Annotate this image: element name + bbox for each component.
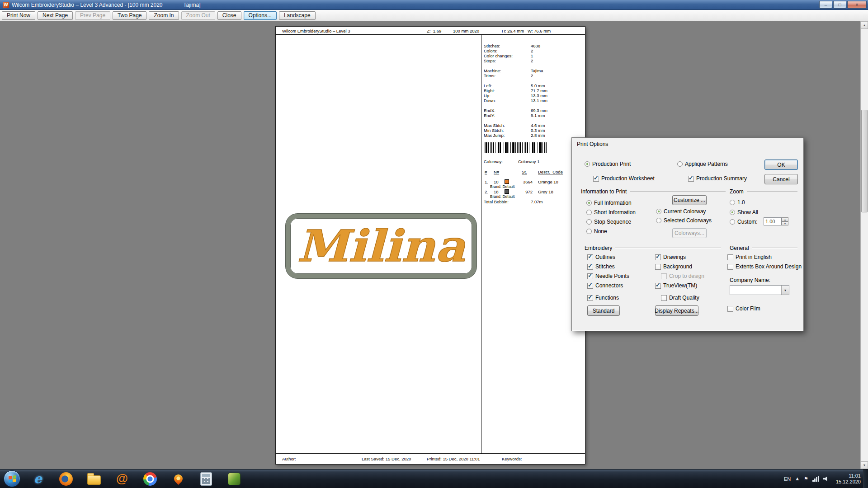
stop-sequence-radio[interactable]: Stop Sequence [586,219,631,225]
next-page-button[interactable]: Next Page [38,11,73,20]
stat-row: Machine:Tajima [483,68,585,73]
show-all-radio[interactable]: Show All [730,209,758,216]
custom-zoom-input[interactable] [764,217,782,225]
page-header: Wilcom EmbroideryStudio – Level 3 Z: 1.6… [276,27,585,35]
stat-row: Color changes:1 [483,53,585,58]
calculator-button[interactable] [195,470,217,488]
start-button[interactable] [4,470,20,487]
stat-row: Max Jump:2.8 mm [483,133,585,138]
print-in-english-checkbox[interactable]: ✓ Print in English [727,254,772,260]
taskbar-icons: e @ [27,470,245,488]
radio-label: Selected Colorways [664,217,712,224]
current-colorway-radio[interactable]: Current Colorway [656,208,706,215]
app-button[interactable] [223,470,245,488]
close-preview-button[interactable]: Close [217,11,241,20]
production-print-radio[interactable]: Production Print [585,161,631,167]
stat-row: Min Stitch:0.3 mm [483,128,585,133]
thread-swatch [505,179,509,184]
color-film-checkbox[interactable]: ✓ Color Film [727,305,760,312]
page-divider [481,35,481,454]
zoom-1-radio[interactable]: 1.0 [730,199,745,206]
internet-explorer-button[interactable]: e [27,470,49,488]
functions-checkbox[interactable]: ✓ Functions [587,295,619,301]
short-information-radio[interactable]: Short Information [586,209,636,216]
group-general: General [730,245,797,251]
stat-row: EndY:9.1 mm [483,113,585,118]
flame-icon [172,473,184,485]
spinner-up-icon[interactable]: ▲ [782,217,788,221]
needle-points-checkbox[interactable]: ✓ Needle Points [587,273,629,279]
chrome-button[interactable] [139,470,161,488]
company-name-label: Company Name: [730,277,770,283]
checkbox-label: TrueView(TM) [663,282,697,289]
app-icon: W [3,2,9,8]
checkbox-label: Functions [595,295,619,301]
volume-icon[interactable] [823,476,830,482]
outlines-checkbox[interactable]: ✓ Outlines [587,254,615,260]
show-desktop-button[interactable] [863,469,868,488]
stat-row: Right:71.7 mm [483,88,585,93]
spinner-down-icon[interactable]: ▼ [782,221,788,225]
options-button[interactable]: Options... [244,11,277,20]
checkbox-label: Stitches [595,263,615,270]
minimize-icon: – [825,3,827,7]
language-indicator[interactable]: EN [784,476,791,482]
production-summary-checkbox[interactable]: ✓ Production Summary [688,175,747,182]
vertical-scrollbar[interactable]: ▲ ▼ [860,21,868,469]
stat-row: Stitches:4638 [483,43,585,48]
none-radio[interactable]: None [586,228,607,235]
clock[interactable]: 11:01 15.12.2020 [836,473,861,485]
trueview-checkbox[interactable]: ✓ TrueView(TM) [655,282,697,289]
customize-button[interactable]: Customize ... [672,195,707,205]
custom-zoom-stepper[interactable]: ▲▼ [782,217,788,225]
group-information-to-print: Information to Print [581,188,726,195]
network-icon[interactable] [812,476,819,482]
custom-zoom-radio[interactable]: Custom: [730,219,758,225]
draft-quality-checkbox[interactable]: ✓ Draft Quality [661,295,699,301]
selected-colorways-radio[interactable]: Selected Colorways [656,217,712,224]
production-worksheet-checkbox[interactable]: ✓ Production Worksheet [593,175,655,182]
radio-circle [677,161,683,167]
screen: W Wilcom EmbroideryStudio – Level 3 Adva… [0,0,868,488]
ok-button[interactable]: OK [764,160,798,170]
stitches-checkbox[interactable]: ✓ Stitches [587,263,615,270]
print-now-button[interactable]: Print Now [2,11,35,20]
company-name-select[interactable]: ▼ [730,285,789,295]
zoom-in-button[interactable]: Zoom In [149,11,179,20]
minimize-button[interactable]: – [819,1,832,9]
close-button[interactable]: × [847,1,867,9]
colorways-button: Colorways... [672,228,707,238]
standard-button[interactable]: Standard [587,305,620,316]
page-footer: Author: Last Saved: 15 Dec, 2020 Printed… [276,453,585,464]
extents-box-checkbox[interactable]: ✓ Extents Box Around Design [727,263,802,270]
hidden-icons-icon[interactable]: ▲ [795,476,800,481]
action-center-icon[interactable]: ⚑ [804,476,808,481]
radio-circle [656,209,661,214]
file-explorer-button[interactable] [83,470,105,488]
checkbox-box: ✓ [661,273,667,279]
firefox-button[interactable] [55,470,77,488]
scrollbar-thumb[interactable] [861,110,868,212]
two-page-button[interactable]: Two Page [113,11,146,20]
stat-row: Up:13.3 mm [483,93,585,98]
full-information-radio[interactable]: Full Information [586,200,632,206]
burner-app-button[interactable] [167,470,189,488]
checkbox-label: Connectors [595,282,623,289]
cancel-button[interactable]: Cancel [764,174,798,184]
background-checkbox[interactable]: ✓ Background [655,263,692,270]
mail-button[interactable]: @ [111,470,133,488]
applique-patterns-radio[interactable]: Applique Patterns [677,161,728,167]
close-icon: × [856,3,859,7]
scroll-down-button[interactable]: ▼ [861,461,868,469]
display-repeats-button[interactable]: Display Repeats... [655,305,698,316]
maximize-button[interactable]: □ [833,1,846,9]
checkbox-label: Color Film [736,305,760,312]
tray-date: 15.12.2020 [836,479,861,485]
connectors-checkbox[interactable]: ✓ Connectors [587,282,623,289]
landscape-button[interactable]: Landscape [279,11,316,20]
scroll-up-button[interactable]: ▲ [861,21,868,29]
worksheet-page: Wilcom EmbroideryStudio – Level 3 Z: 1.6… [275,26,585,465]
drawings-checkbox[interactable]: ✓ Drawings [655,254,686,260]
page-header-design: 100 mm 2020 [453,28,479,33]
folder-icon [87,475,101,485]
